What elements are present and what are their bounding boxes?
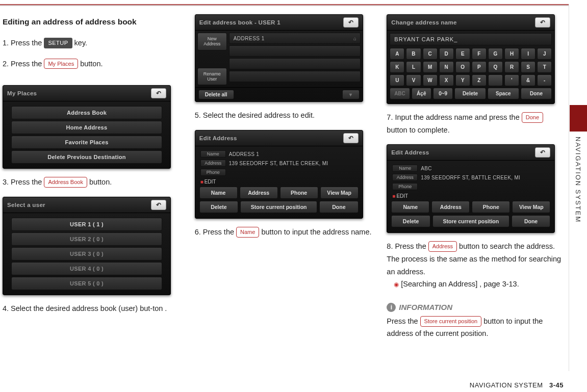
- key-y[interactable]: Y: [455, 74, 470, 86]
- key-m[interactable]: M: [423, 61, 438, 73]
- key-d[interactable]: D: [439, 48, 454, 60]
- page-number: 3-45: [549, 381, 564, 389]
- key-g[interactable]: G: [488, 48, 503, 60]
- key-n[interactable]: N: [439, 61, 454, 73]
- key-c[interactable]: C: [423, 48, 438, 60]
- name-label: Name: [200, 150, 226, 158]
- user-row-2[interactable]: USER 2 ( 0 ): [11, 232, 162, 246]
- key-w[interactable]: W: [423, 74, 438, 86]
- key-blank[interactable]: [488, 74, 503, 86]
- edit-address-2-body: Name ABC Address 139 SEEDORFF ST, BATTLE…: [387, 161, 554, 232]
- user-row-4[interactable]: USER 4 ( 0 ): [11, 262, 162, 275]
- done-button-2[interactable]: Done: [512, 215, 551, 227]
- name-button[interactable]: Name: [199, 187, 238, 199]
- key-delete[interactable]: Delete: [454, 88, 486, 99]
- back-button[interactable]: ↶: [151, 200, 166, 210]
- phone-label: Phone: [200, 169, 226, 176]
- field-phone-row: Phone: [196, 168, 362, 177]
- my-places-item-delete-prev[interactable]: Delete Previous Destination: [11, 150, 162, 164]
- select-user-body: USER 1 ( 1 ) USER 2 ( 0 ) USER 3 ( 0 ) U…: [3, 213, 170, 295]
- edit-section-label-2: ■EDIT: [388, 191, 553, 199]
- user-row-5[interactable]: USER 5 ( 0 ): [11, 277, 162, 290]
- user-row-1[interactable]: USER 1 ( 1 ): [11, 218, 162, 231]
- column-1: Editing an address of address book 1. Pr…: [3, 14, 182, 377]
- key-abc-mode[interactable]: ABC: [390, 88, 410, 99]
- key-s[interactable]: S: [521, 61, 535, 73]
- delete-all-button[interactable]: Delete all: [198, 90, 234, 99]
- back-button[interactable]: ↶: [535, 17, 550, 28]
- key-apostrophe[interactable]: ': [504, 74, 519, 86]
- user-row-3[interactable]: USER 3 ( 0 ): [11, 247, 162, 260]
- key-dash[interactable]: -: [537, 74, 552, 86]
- done-button[interactable]: Done: [319, 201, 359, 213]
- scroll-down-button[interactable]: ▾: [342, 90, 360, 99]
- key-h[interactable]: H: [504, 48, 519, 60]
- back-icon: ↶: [156, 90, 161, 97]
- kbd-row-1: A B C D E F G H I J: [390, 48, 552, 60]
- key-b[interactable]: B: [406, 48, 421, 60]
- info-icon: i: [387, 303, 396, 312]
- address-slot-2[interactable]: [229, 45, 361, 57]
- name-button-2[interactable]: Name: [391, 201, 429, 213]
- step-1-text-a: 1. Press the: [3, 39, 44, 47]
- step-3-text-a: 3. Press the: [3, 178, 44, 186]
- key-accent-mode[interactable]: Áçê: [412, 88, 431, 99]
- key-i[interactable]: I: [521, 48, 535, 60]
- top-accent-bar: [0, 4, 569, 6]
- address-slot-1[interactable]: ADDRESS 1⌂: [229, 33, 361, 44]
- store-position-button-2[interactable]: Store current position: [432, 215, 509, 227]
- view-map-button-2[interactable]: View Map: [512, 201, 550, 213]
- address-book-pill: Address Book: [44, 177, 87, 188]
- page-footer: NAVIGATION SYSTEM 3-45: [470, 381, 564, 389]
- new-address-button[interactable]: New Address: [197, 33, 227, 50]
- key-f[interactable]: F: [472, 48, 487, 60]
- back-icon: ↶: [540, 149, 545, 156]
- key-k[interactable]: K: [390, 61, 404, 73]
- key-l[interactable]: L: [406, 61, 421, 73]
- view-map-button[interactable]: View Map: [320, 187, 359, 199]
- address-slot-4[interactable]: [229, 71, 361, 82]
- key-u[interactable]: U: [390, 74, 404, 86]
- key-r[interactable]: R: [504, 61, 519, 73]
- store-position-button[interactable]: Store current position: [240, 201, 317, 213]
- my-places-item-favorite[interactable]: Favorite Places: [11, 136, 162, 149]
- my-places-item-home[interactable]: Home Address: [11, 121, 162, 134]
- key-a[interactable]: A: [390, 48, 404, 60]
- key-ampersand[interactable]: &: [521, 74, 535, 86]
- address-button-2[interactable]: Address: [431, 201, 470, 213]
- back-button[interactable]: ↶: [343, 133, 359, 143]
- key-q[interactable]: Q: [488, 61, 503, 73]
- key-p[interactable]: P: [472, 61, 487, 73]
- back-button[interactable]: ↶: [535, 147, 550, 158]
- key-x[interactable]: X: [439, 74, 454, 86]
- address-slot-3[interactable]: [229, 58, 361, 69]
- edit-section-label: ■EDIT: [196, 177, 362, 185]
- address-value-2: 139 SEEDORFF ST, BATTLE CREEK, MI: [421, 175, 520, 180]
- reference-icon: ◉: [394, 281, 399, 288]
- key-j[interactable]: J: [537, 48, 552, 60]
- key-done[interactable]: Done: [521, 88, 552, 99]
- footer-section: NAVIGATION SYSTEM: [470, 381, 543, 389]
- delete-button-2[interactable]: Delete: [391, 215, 430, 227]
- field-name-row-2: Name ABC: [388, 164, 553, 173]
- key-e[interactable]: E: [455, 48, 470, 60]
- delete-button[interactable]: Delete: [199, 201, 239, 213]
- key-v[interactable]: V: [406, 74, 421, 86]
- back-button[interactable]: ↶: [343, 17, 359, 28]
- edit-address-book-panel: Edit address book - USER 1 ↶ New Address…: [195, 14, 363, 102]
- key-o[interactable]: O: [455, 61, 470, 73]
- back-icon: ↶: [348, 135, 353, 142]
- done-pill: Done: [522, 112, 543, 123]
- keyboard-input[interactable]: BRYANT CAR PARK_: [390, 33, 552, 45]
- key-t[interactable]: T: [537, 61, 552, 73]
- edit-buttons-2-row1: Name Address Phone View Map: [391, 201, 550, 213]
- phone-button[interactable]: Phone: [280, 187, 318, 199]
- rename-user-button[interactable]: Rename User: [197, 68, 227, 86]
- phone-button-2[interactable]: Phone: [472, 201, 510, 213]
- back-button[interactable]: ↶: [151, 88, 166, 98]
- key-space[interactable]: Space: [488, 88, 519, 99]
- address-button[interactable]: Address: [240, 187, 278, 199]
- key-numeric-mode[interactable]: 0~9: [433, 88, 453, 99]
- key-z[interactable]: Z: [472, 74, 487, 86]
- my-places-item-address-book[interactable]: Address Book: [11, 106, 162, 119]
